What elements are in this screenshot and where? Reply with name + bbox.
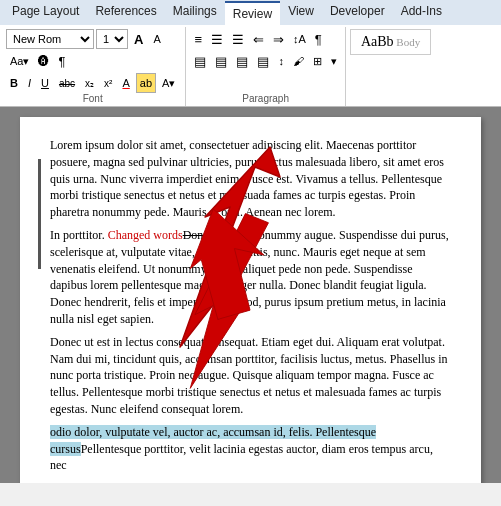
shading-button[interactable]: 🖌 xyxy=(289,51,308,71)
ribbon-tabs: Page Layout References Mailings Review V… xyxy=(0,0,501,25)
font-format-row: Aa▾ 🅐 ¶ xyxy=(6,51,179,71)
decrease-indent-button[interactable]: ⇐ xyxy=(249,29,268,49)
tab-review[interactable]: Review xyxy=(225,1,280,25)
tab-add-ins[interactable]: Add-Ins xyxy=(393,0,450,25)
align-center-button[interactable]: ▤ xyxy=(211,51,231,71)
paragraph3: Donec ut est in lectus consequat consequ… xyxy=(50,334,451,418)
paragraph1: Lorem ipsum dolor sit amet, consectetuer… xyxy=(50,137,451,221)
ribbon: Page Layout References Mailings Review V… xyxy=(0,0,501,107)
multilevel-list-button[interactable]: ☰ xyxy=(228,29,248,49)
text-effects-button[interactable]: 🅐 xyxy=(34,51,53,71)
bold-button[interactable]: B xyxy=(6,73,22,93)
styles-gallery: AaBb Body xyxy=(350,29,493,55)
highlight-color-button[interactable]: ab xyxy=(136,73,156,93)
italic-button[interactable]: I xyxy=(24,73,35,93)
show-para-button[interactable]: ¶ xyxy=(54,51,69,71)
paragraph4: odio dolor, vulputate vel, auctor ac, ac… xyxy=(50,424,451,474)
change-case-button[interactable]: Aa▾ xyxy=(6,51,33,71)
line-spacing-button[interactable]: ↕ xyxy=(274,51,288,71)
font-row2: B I U abc x₂ x² A ab A▾ xyxy=(6,73,179,93)
font-size-select[interactable]: 11 xyxy=(96,29,128,49)
ribbon-content: New Rom 11 A A Aa▾ 🅐 ¶ B I U abc x₂ x² xyxy=(0,25,501,107)
font-group-label: Font xyxy=(6,93,179,106)
change-bar xyxy=(38,159,41,269)
para-row1: ≡ ☰ ☰ ⇐ ⇒ ↕A ¶ xyxy=(190,29,341,49)
tab-mailings[interactable]: Mailings xyxy=(165,0,225,25)
tab-developer[interactable]: Developer xyxy=(322,0,393,25)
bullets-button[interactable]: ≡ xyxy=(190,29,206,49)
tab-page-layout[interactable]: Page Layout xyxy=(4,0,87,25)
text-color-button[interactable]: A xyxy=(118,73,133,93)
paragraph-group-label: Paragraph xyxy=(190,93,341,106)
superscript-button[interactable]: x² xyxy=(100,73,116,93)
strikethrough-button[interactable]: abc xyxy=(55,73,79,93)
tab-view[interactable]: View xyxy=(280,0,322,25)
increase-indent-button[interactable]: ⇒ xyxy=(269,29,288,49)
font-row1: New Rom 11 A A xyxy=(6,29,179,49)
show-formatting-button[interactable]: ¶ xyxy=(311,29,326,49)
font-name-select[interactable]: New Rom xyxy=(6,29,94,49)
clear-format-button[interactable]: A▾ xyxy=(158,73,179,93)
sort-button[interactable]: ↕A xyxy=(289,29,310,49)
paragraph2: In porttitor. Changed wordsDonec laoreet… xyxy=(50,227,451,328)
align-left-button[interactable]: ▤ xyxy=(190,51,210,71)
style-normal[interactable]: AaBb Body xyxy=(350,29,431,55)
underline-button[interactable]: U xyxy=(37,73,53,93)
shrink-font-button[interactable]: A xyxy=(149,29,164,49)
document-page: Lorem ipsum dolor sit amet, consectetuer… xyxy=(20,117,481,483)
borders-button[interactable]: ⊞ xyxy=(309,51,326,71)
para-row2: ▤ ▤ ▤ ▤ ↕ 🖌 ⊞ ▾ xyxy=(190,51,341,71)
grow-font-button[interactable]: A xyxy=(130,29,147,49)
document-area: Lorem ipsum dolor sit amet, consectetuer… xyxy=(0,107,501,483)
changed-words-span: Changed words xyxy=(108,228,183,242)
numbering-button[interactable]: ☰ xyxy=(207,29,227,49)
styles-group-label xyxy=(350,104,493,106)
strikethrough-span: Donec laoreet xyxy=(183,228,250,242)
justify-button[interactable]: ▤ xyxy=(253,51,273,71)
subscript-button[interactable]: x₂ xyxy=(81,73,98,93)
border-style-button[interactable]: ▾ xyxy=(327,51,341,71)
tab-references[interactable]: References xyxy=(87,0,164,25)
align-right-button[interactable]: ▤ xyxy=(232,51,252,71)
